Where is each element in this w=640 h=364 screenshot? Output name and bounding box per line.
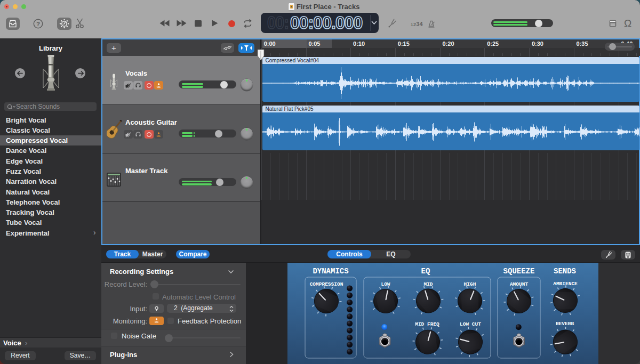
svg-text:MID FREQ: MID FREQ bbox=[415, 321, 439, 327]
svg-text:LOW CUT: LOW CUT bbox=[460, 321, 481, 327]
svg-text:COMPRESSION: COMPRESSION bbox=[310, 281, 343, 287]
svg-text:SENDS: SENDS bbox=[554, 267, 576, 276]
svg-text:SQUEEZE: SQUEEZE bbox=[503, 267, 535, 276]
svg-text:MID: MID bbox=[423, 281, 433, 287]
svg-text:LOW: LOW bbox=[381, 281, 390, 287]
svg-text:EQ: EQ bbox=[421, 267, 430, 276]
svg-text:AMOUNT: AMOUNT bbox=[510, 281, 529, 287]
svg-text:DYNAMICS: DYNAMICS bbox=[313, 267, 348, 276]
svg-text:?: ? bbox=[36, 21, 40, 27]
svg-text:AMBIENCE: AMBIENCE bbox=[553, 281, 578, 287]
svg-text:HIGH: HIGH bbox=[464, 281, 476, 287]
svg-text:REVERB: REVERB bbox=[556, 321, 574, 327]
